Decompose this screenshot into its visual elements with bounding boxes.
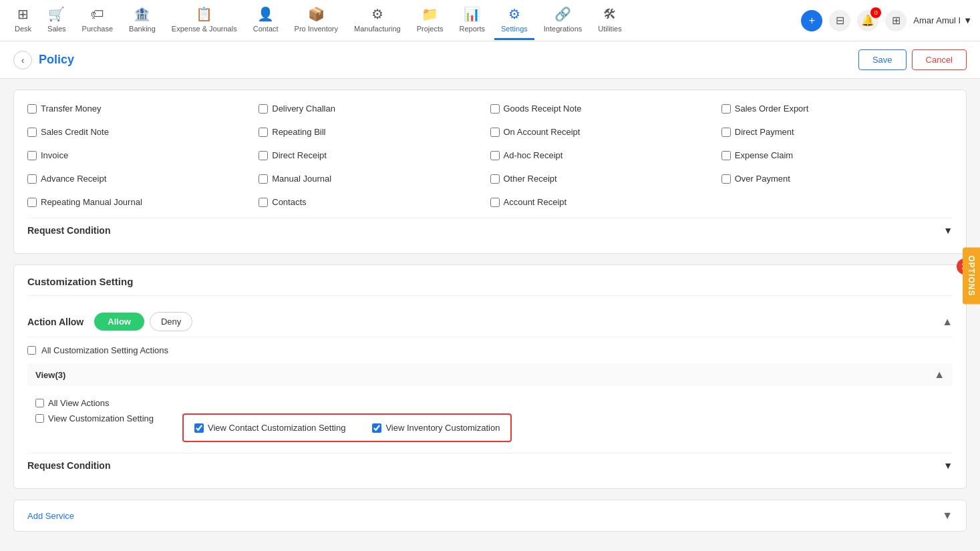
save-button[interactable]: Save [858, 49, 907, 70]
expense-claim-checkbox[interactable] [721, 151, 731, 160]
cb-over-payment[interactable]: Over Payment [721, 171, 953, 186]
expense-claim-label: Expense Claim [735, 150, 793, 160]
deny-button[interactable]: Deny [150, 312, 192, 331]
sales-order-export-checkbox[interactable] [721, 104, 731, 114]
repeating-bill-label: Repeating Bill [272, 127, 325, 137]
cb-contacts[interactable]: Contacts [259, 194, 490, 210]
highlighted-options-box: View Contact Customization Setting View … [182, 413, 512, 442]
delivery-challan-label: Delivery Challan [272, 104, 335, 114]
invoice-checkbox[interactable] [27, 151, 37, 160]
nav-banking-label: Banking [129, 25, 156, 33]
cb-transfer-money[interactable]: Transfer Money [27, 101, 259, 116]
delivery-challan-checkbox[interactable] [259, 104, 268, 114]
cb-sales-credit-note[interactable]: Sales Credit Note [27, 124, 259, 140]
nav-desk[interactable]: ⊞ Desk [8, 1, 38, 40]
nav-sales[interactable]: 🛒 Sales [41, 1, 73, 40]
view-contact-custom-checkbox[interactable] [194, 423, 204, 433]
view-inventory-custom-label: View Inventory Customization [385, 423, 500, 433]
cb-manual-journal[interactable]: Manual Journal [259, 171, 490, 186]
utilities-icon: 🛠 [603, 7, 617, 22]
cb-repeating-bill[interactable]: Repeating Bill [259, 124, 490, 140]
view-inventory-custom-item[interactable]: View Inventory Customization [372, 423, 500, 433]
checkbox-grid-row1: Transfer Money Delivery Challan Goods Re… [27, 101, 953, 116]
goods-receipt-note-checkbox[interactable] [490, 104, 500, 114]
cb-sales-order-export[interactable]: Sales Order Export [721, 101, 953, 116]
nav-pro-inventory[interactable]: 📦 Pro Inventory [288, 1, 345, 40]
transfer-money-checkbox[interactable] [27, 104, 37, 114]
cb-direct-receipt[interactable]: Direct Receipt [259, 148, 490, 163]
request-condition-row[interactable]: Request Condition ▼ [27, 218, 953, 242]
direct-payment-checkbox[interactable] [721, 128, 731, 137]
allow-button[interactable]: Allow [94, 313, 144, 331]
user-chevron-icon: ▼ [963, 15, 972, 25]
cb-expense-claim[interactable]: Expense Claim [721, 148, 953, 163]
customization-card: ✕ Customization Setting Action Allow All… [13, 264, 967, 489]
all-custom-checkbox[interactable] [27, 346, 36, 355]
cb-goods-receipt-note[interactable]: Goods Receipt Note [490, 101, 721, 116]
on-account-receipt-checkbox[interactable] [490, 128, 500, 137]
cb-other-receipt[interactable]: Other Receipt [490, 171, 721, 186]
permissions-card: Transfer Money Delivery Challan Goods Re… [13, 89, 967, 254]
repeating-manual-journal-checkbox[interactable] [27, 198, 37, 207]
add-service-chevron[interactable]: ▼ [942, 510, 953, 522]
contacts-checkbox[interactable] [259, 198, 268, 207]
view-inventory-custom-checkbox[interactable] [372, 423, 381, 433]
layout-button[interactable]: ⊟ [829, 10, 850, 31]
advance-receipt-checkbox[interactable] [27, 174, 37, 184]
cb-account-receipt[interactable]: Account Receipt [490, 194, 721, 210]
nav-settings-label: Settings [501, 25, 528, 33]
view-customization-checkbox[interactable] [35, 414, 44, 423]
integrations-icon: 🔗 [554, 6, 571, 22]
options-sidebar[interactable]: OPTIONS [963, 247, 980, 304]
back-button[interactable]: ‹ [13, 51, 32, 69]
nav-expense[interactable]: 📋 Expense & Journals [165, 1, 244, 40]
sales-order-export-label: Sales Order Export [735, 104, 809, 114]
nav-contact[interactable]: 👤 Contact [247, 1, 285, 40]
sales-credit-note-label: Sales Credit Note [41, 127, 109, 137]
all-view-checkbox[interactable] [35, 399, 44, 407]
over-payment-checkbox[interactable] [721, 174, 731, 184]
checkbox-grid-row4: Advance Receipt Manual Journal Other Rec… [27, 171, 953, 186]
cb-direct-payment[interactable]: Direct Payment [721, 124, 953, 140]
cb-on-account-receipt[interactable]: On Account Receipt [490, 124, 721, 140]
nav-settings[interactable]: ⚙ Settings [494, 1, 534, 40]
action-allow-row: Action Allow Allow Deny ▲ [27, 307, 953, 337]
advance-receipt-label: Advance Receipt [41, 174, 106, 184]
nav-projects[interactable]: 📁 Projects [410, 1, 450, 40]
sales-credit-note-checkbox[interactable] [27, 128, 37, 137]
cb-delivery-challan[interactable]: Delivery Challan [259, 101, 490, 116]
cb-invoice[interactable]: Invoice [27, 148, 259, 163]
notification-bell[interactable]: 🔔 0 [857, 10, 878, 31]
account-receipt-checkbox[interactable] [490, 198, 500, 207]
nav-projects-label: Projects [417, 25, 444, 33]
cb-advance-receipt[interactable]: Advance Receipt [27, 171, 259, 186]
checkbox-grid-row3: Invoice Direct Receipt Ad-hoc Receipt Ex… [27, 148, 953, 163]
view-section-header[interactable]: View(3) ▲ [27, 363, 953, 386]
ad-hoc-receipt-checkbox[interactable] [490, 151, 500, 160]
add-button[interactable]: + [801, 10, 822, 31]
page-title: Policy [39, 53, 858, 67]
other-receipt-checkbox[interactable] [490, 174, 500, 184]
add-service-link[interactable]: Add Service [27, 511, 74, 521]
contact-icon: 👤 [257, 6, 274, 22]
all-customization-row[interactable]: All Customization Setting Actions [27, 345, 953, 355]
nav-banking[interactable]: 🏦 Banking [122, 1, 162, 40]
all-view-row[interactable]: All View Actions [35, 398, 945, 408]
manual-journal-checkbox[interactable] [259, 174, 268, 184]
user-menu[interactable]: Amar Amul I ▼ [913, 15, 972, 25]
cb-ad-hoc-receipt[interactable]: Ad-hoc Receipt [490, 148, 721, 163]
grid-button[interactable]: ⊞ [885, 10, 907, 31]
repeating-bill-checkbox[interactable] [259, 128, 268, 137]
nav-utilities[interactable]: 🛠 Utilities [591, 1, 628, 40]
view-customization-setting-row[interactable]: View Customization Setting [35, 413, 169, 423]
nav-purchase[interactable]: 🏷 Purchase [75, 1, 120, 40]
cb-repeating-manual-journal[interactable]: Repeating Manual Journal [27, 194, 259, 210]
direct-receipt-checkbox[interactable] [259, 151, 268, 160]
nav-integrations[interactable]: 🔗 Integrations [537, 1, 589, 40]
cancel-button[interactable]: Cancel [912, 49, 967, 70]
nav-reports[interactable]: 📊 Reports [453, 1, 492, 40]
nav-manufacturing[interactable]: ⚙ Manufacturing [347, 1, 407, 40]
view-chevron: ▲ [934, 369, 945, 381]
customization-request-condition-row[interactable]: Request Condition ▼ [27, 453, 953, 478]
view-contact-custom-item[interactable]: View Contact Customization Setting [194, 423, 345, 433]
